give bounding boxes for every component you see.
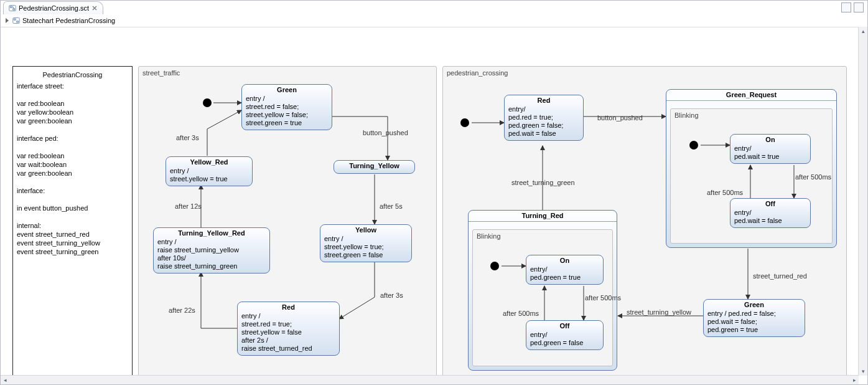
region-label: pedestrian_crossing (447, 69, 508, 77)
state-body: entry / ped.red = false; ped.wait = fals… (707, 310, 801, 334)
state-name: On (734, 136, 806, 144)
close-icon[interactable] (91, 5, 98, 11)
state-turning-red-off[interactable]: Off entry/ ped.green = false (526, 320, 604, 350)
breadcrumb-label: Statechart PedestrianCrossing (22, 17, 115, 24)
diagram-canvas[interactable]: PedestrianCrossing interface street: var… (1, 27, 867, 375)
transition-label[interactable]: after 5s (380, 202, 403, 210)
state-yellow[interactable]: Yellow entry / street.yellow = true; str… (320, 224, 412, 262)
state-name: Turning_Red (472, 212, 613, 220)
transition-label[interactable]: street_turning_green (511, 179, 575, 186)
transition-label[interactable]: after 500ms (707, 189, 743, 197)
region-pedestrian-crossing[interactable]: pedestrian_crossing (442, 66, 847, 375)
transition-label[interactable]: after 3s (176, 134, 199, 141)
definitions-panel[interactable]: PedestrianCrossing interface street: var… (12, 66, 133, 375)
initial-state[interactable] (490, 262, 499, 270)
transition-label[interactable]: after 500ms (503, 310, 539, 318)
definitions-body: interface street: var red:boolean var ye… (17, 82, 128, 256)
state-turning-yellow-red[interactable]: Turning_Yellow_Red entry / raise street_… (153, 227, 270, 273)
state-turning-red[interactable]: Turning_Red Blinking On en (468, 210, 617, 371)
state-ped-red[interactable]: Red entry/ ped.red = true; ped.green = f… (504, 95, 584, 141)
state-turning-yellow[interactable]: Turning_Yellow (334, 160, 415, 174)
tab-title: PedestrianCrossing.sct (19, 4, 89, 12)
tab-bar: PedestrianCrossing.sct (1, 1, 867, 14)
initial-state[interactable] (203, 98, 212, 107)
state-name: Green (246, 86, 328, 94)
state-turning-red-on[interactable]: On entry/ ped.green = true (526, 255, 604, 285)
maximize-icon[interactable] (854, 2, 864, 12)
state-body: entry / street.yellow = true (170, 167, 248, 183)
state-name: Green (707, 301, 801, 309)
state-name: Green_Request (670, 91, 833, 99)
expand-icon[interactable] (6, 18, 9, 23)
state-yellow-red[interactable]: Yellow_Red entry / street.yellow = true (166, 156, 253, 186)
state-body: entry / street.red = true; street.yellow… (241, 312, 335, 353)
state-name: Turning_Yellow (338, 162, 411, 170)
svg-rect-5 (17, 21, 19, 22)
region-label: Blinking (674, 112, 699, 120)
transition-label[interactable]: after 500ms (795, 173, 831, 181)
state-ped-green[interactable]: Green entry / ped.red = false; ped.wait … (703, 299, 805, 337)
state-name: Off (530, 322, 599, 330)
transition-label[interactable]: after 3s (380, 292, 403, 299)
state-name: Red (508, 97, 579, 105)
region-green-request-blinking[interactable]: Blinking On entry/ ped.wait = true (670, 108, 833, 244)
state-body: entry/ ped.red = true; ped.green = false… (508, 105, 579, 138)
region-label: Blinking (477, 232, 501, 240)
statechart-icon (12, 17, 20, 24)
transition-label[interactable]: street_turned_red (753, 272, 807, 280)
transition-label[interactable]: after 500ms (585, 294, 621, 302)
minimize-icon[interactable] (841, 2, 851, 12)
state-name: Yellow (324, 226, 408, 234)
tab-toolbar (841, 2, 864, 12)
svg-rect-1 (10, 6, 12, 7)
region-label: street_traffic (142, 69, 180, 77)
state-body: entry / street.yellow = true; street.gre… (324, 235, 408, 259)
svg-rect-4 (14, 19, 16, 20)
initial-state[interactable] (689, 141, 698, 150)
state-body: entry / raise street_turning_yellow afte… (157, 238, 266, 270)
state-red[interactable]: Red entry / street.red = true; street.ye… (237, 302, 340, 356)
state-body: entry/ ped.wait = true (734, 145, 806, 161)
editor-tab[interactable]: PedestrianCrossing.sct (3, 1, 103, 14)
definitions-title: PedestrianCrossing (17, 70, 128, 79)
breadcrumb[interactable]: Statechart PedestrianCrossing (1, 14, 867, 27)
state-green[interactable]: Green entry / street.red = false; street… (241, 84, 332, 130)
state-name: On (530, 257, 599, 265)
scroll-right-icon[interactable]: ▸ (850, 376, 859, 384)
state-green-request-off[interactable]: Off entry/ ped.wait = false (730, 198, 811, 228)
statechart-file-icon (9, 4, 16, 12)
state-body: entry/ ped.wait = false (734, 209, 806, 225)
editor-window: PedestrianCrossing.sct Statechart Pedest… (0, 0, 868, 385)
initial-state[interactable] (460, 118, 469, 127)
state-name: Red (241, 303, 335, 311)
state-name: Off (734, 200, 806, 208)
transition-label[interactable]: after 12s (175, 202, 202, 210)
region-turning-red-blinking[interactable]: Blinking On entry/ ped.green = true (472, 229, 613, 366)
state-green-request[interactable]: Green_Request Blinking On (666, 89, 837, 248)
transition-label[interactable]: street_turning_yellow (627, 308, 691, 316)
region-street-traffic[interactable]: street_traffic (138, 66, 437, 375)
horizontal-scrollbar[interactable]: ◂ ▸ (1, 375, 859, 384)
transition-label[interactable]: button_pushed (597, 114, 643, 121)
transition-label[interactable]: after 22s (169, 307, 195, 314)
state-green-request-on[interactable]: On entry/ ped.wait = true (730, 134, 811, 164)
state-body: entry/ ped.green = true (530, 265, 599, 282)
state-name: Yellow_Red (170, 158, 248, 166)
transition-label[interactable]: button_pushed (363, 129, 408, 136)
state-name: Turning_Yellow_Red (157, 229, 266, 237)
state-body: entry/ ped.green = false (530, 331, 599, 347)
scroll-left-icon[interactable]: ◂ (1, 376, 9, 384)
state-body: entry / street.red = false; street.yello… (246, 95, 328, 127)
svg-rect-2 (13, 9, 15, 10)
